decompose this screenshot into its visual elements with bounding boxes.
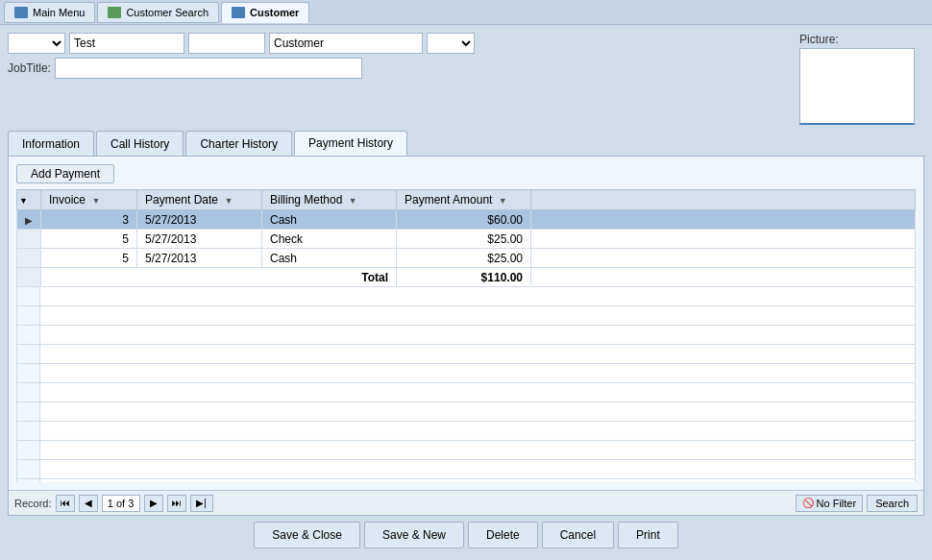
picture-box [799, 48, 915, 125]
empty-row [17, 326, 915, 345]
form-fields: JobTitle: [8, 33, 792, 79]
nav-last-button[interactable]: ⏭ [167, 495, 186, 512]
empty-row-selector [17, 460, 40, 478]
status-bar: Record: ⏮ ◀ 1 of 3 ▶ ⏭ ▶| 🚫 No Filter Se… [9, 490, 923, 515]
empty-row-selector [17, 422, 40, 440]
tab-charter-history-label: Charter History [200, 137, 278, 151]
inner-tabs-bar: Information Call History Charter History… [8, 131, 924, 156]
empty-row-selector [17, 383, 40, 402]
cell-empty [531, 210, 916, 230]
tab-charter-history[interactable]: Charter History [185, 131, 292, 156]
empty-row [17, 364, 915, 383]
tab-information[interactable]: Information [8, 131, 94, 156]
col-billing-method[interactable]: Billing Method ▼ [262, 190, 397, 210]
main-menu-icon [14, 7, 28, 18]
cell-invoice: 3 [41, 210, 137, 230]
nav-first-button[interactable]: ⏮ [56, 495, 75, 512]
title-select[interactable] [8, 33, 65, 54]
bottom-bar: Save & Close Save & New Delete Cancel Pr… [8, 516, 924, 552]
cell-empty [531, 230, 916, 249]
title-bar: Main Menu Customer Search Customer [0, 0, 932, 25]
last-name-input[interactable] [269, 33, 423, 54]
cancel-button[interactable]: Cancel [542, 522, 614, 548]
middle-name-input[interactable] [188, 33, 265, 54]
cell-method: Cash [262, 249, 397, 268]
empty-row [17, 345, 915, 364]
total-row: Total $110.00 [17, 268, 916, 287]
empty-row-selector [17, 287, 40, 305]
customer-icon [232, 7, 245, 18]
cell-amount: $25.00 [397, 230, 531, 249]
empty-row-selector [17, 402, 40, 421]
empty-row [17, 383, 915, 402]
print-button[interactable]: Print [618, 522, 678, 548]
empty-row [17, 422, 915, 441]
picture-area: Picture: [799, 33, 924, 125]
cell-date: 5/27/2013 [137, 249, 262, 268]
empty-row [17, 479, 915, 482]
cell-invoice: 5 [41, 249, 137, 268]
tab-main-menu[interactable]: Main Menu [4, 2, 95, 23]
empty-row-selector [17, 364, 40, 382]
col-invoice[interactable]: Invoice ▼ [41, 190, 137, 210]
nav-next-button[interactable]: ▶ [144, 495, 163, 512]
table-row[interactable]: ▶ 3 5/27/2013 Cash $60.00 [17, 210, 916, 230]
cell-empty [531, 249, 916, 268]
save-close-button[interactable]: Save & Close [254, 522, 360, 548]
tab-main-menu-label: Main Menu [33, 7, 85, 18]
main-content: JobTitle: Picture: Information Call Hist… [0, 25, 932, 560]
payment-date-sort-icon: ▼ [224, 196, 233, 206]
col-payment-date[interactable]: Payment Date ▼ [137, 190, 262, 210]
search-label: Search [875, 498, 909, 509]
tab-call-history[interactable]: Call History [96, 131, 184, 156]
billing-method-sort-icon: ▼ [349, 196, 357, 206]
cell-amount: $60.00 [397, 210, 531, 230]
tab-payment-history[interactable]: Payment History [294, 131, 407, 156]
picture-label: Picture: [799, 33, 839, 46]
search-button[interactable]: Search [867, 495, 918, 512]
empty-row [17, 441, 915, 460]
name-row [8, 33, 792, 54]
payment-amount-sort-icon: ▼ [499, 196, 507, 206]
col-empty-1 [531, 190, 916, 210]
empty-row [17, 460, 915, 479]
no-filter-label: No Filter [817, 498, 857, 509]
tab-information-label: Information [22, 137, 80, 151]
jobtitle-input[interactable] [55, 58, 362, 79]
row-arrow-icon: ▶ [25, 215, 33, 226]
nav-prev-button[interactable]: ◀ [79, 495, 98, 512]
invoice-sort-icon: ▼ [91, 196, 100, 206]
table-row[interactable]: 5 5/27/2013 Check $25.00 [17, 230, 916, 249]
no-filter-button[interactable]: 🚫 No Filter [796, 495, 864, 512]
row-selector [17, 249, 41, 268]
tab-customer-label: Customer [250, 7, 299, 18]
row-selector [17, 230, 41, 249]
empty-row [17, 306, 915, 326]
total-amount: $110.00 [397, 268, 531, 287]
save-new-button[interactable]: Save & New [364, 522, 464, 548]
cell-invoice: 5 [41, 230, 137, 249]
nav-new-button[interactable]: ▶| [190, 495, 213, 512]
empty-row-selector [17, 326, 40, 344]
tab-customer[interactable]: Customer [221, 2, 309, 23]
cell-date: 5/27/2013 [137, 210, 262, 230]
col-selector-icon: ▼ [19, 196, 28, 206]
payment-table-container: ▼ Invoice ▼ Payment Date ▼ Bil [16, 189, 916, 482]
empty-rows-area [16, 287, 916, 482]
empty-row-selector [17, 306, 40, 325]
first-name-input[interactable] [69, 33, 184, 54]
add-payment-label: Add Payment [31, 167, 100, 181]
col-payment-amount[interactable]: Payment Amount ▼ [397, 190, 531, 210]
form-top: JobTitle: Picture: [8, 33, 924, 125]
tab-call-history-label: Call History [110, 137, 169, 151]
table-row[interactable]: 5 5/27/2013 Cash $25.00 [17, 249, 916, 268]
add-payment-button[interactable]: Add Payment [16, 164, 114, 183]
payment-table: ▼ Invoice ▼ Payment Date ▼ Bil [16, 189, 916, 287]
cell-date: 5/27/2013 [137, 230, 262, 249]
suffix-select[interactable] [427, 33, 475, 54]
record-display[interactable]: 1 of 3 [102, 495, 140, 512]
tab-customer-search[interactable]: Customer Search [97, 2, 219, 23]
payment-panel: Add Payment ▼ Invoice ▼ [8, 156, 924, 516]
delete-button[interactable]: Delete [468, 522, 538, 548]
tab-customer-search-label: Customer Search [126, 7, 208, 18]
